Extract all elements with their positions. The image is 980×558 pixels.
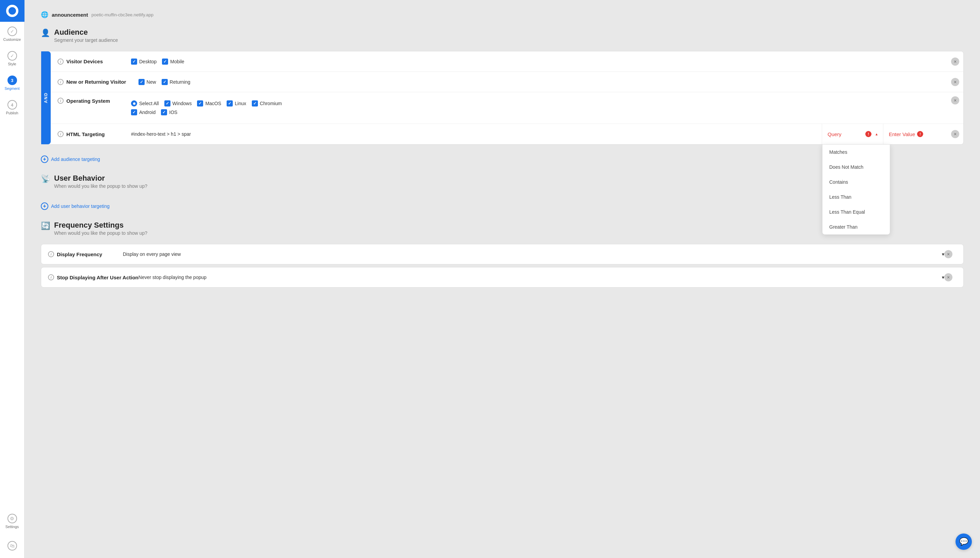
stop-displaying-info-icon[interactable]: i [48, 274, 54, 281]
display-frequency-value[interactable]: Display on every page view ▾ [123, 251, 944, 257]
display-frequency-label: i Display Frequency [48, 251, 123, 257]
publish-icon: 4 [8, 100, 17, 110]
dropdown-less-than-equal[interactable]: Less Than Equal [822, 205, 890, 220]
audience-title: Audience [54, 28, 118, 37]
macos-checkbox-box[interactable] [197, 100, 203, 107]
os-row: i Operating System Select All Windows [51, 92, 963, 124]
html-targeting-info-icon[interactable]: i [57, 131, 64, 137]
new-checkbox[interactable]: New [138, 79, 156, 85]
query-dropdown-menu: Matches Does Not Match Contains Less Tha… [822, 144, 890, 235]
windows-checkbox-box[interactable] [164, 100, 171, 107]
style-icon: ✓ [8, 51, 17, 61]
new-returning-info-icon[interactable]: i [57, 79, 64, 85]
customize-icon: ✓ [8, 26, 17, 36]
dropdown-contains[interactable]: Contains [822, 174, 890, 190]
os-remove[interactable]: × [951, 96, 959, 105]
select-all-radio[interactable]: Select All [131, 100, 159, 107]
chromium-checkbox[interactable]: Chromium [252, 100, 282, 107]
html-targeting-row: i HTML Targeting Query ! ▴ [51, 124, 963, 144]
html-targeting-label: i HTML Targeting [51, 131, 126, 137]
chromium-checkbox-box[interactable] [252, 100, 258, 107]
new-returning-remove[interactable]: × [951, 78, 959, 86]
dropdown-less-than[interactable]: Less Than [822, 190, 890, 205]
enter-value-field[interactable]: Enter Value ! [883, 124, 951, 144]
app-title: announcement [52, 12, 88, 18]
desktop-checkbox[interactable]: Desktop [131, 59, 156, 65]
html-targeting-input[interactable] [126, 124, 822, 144]
main-content: 🌐 announcement poetic-muffin-cbc3ee.netl… [25, 0, 980, 558]
sidebar: ✓ Customize ✓ Style 3 Segment 4 Publish … [0, 0, 25, 558]
add-behavior-icon: + [41, 202, 48, 210]
query-error-icon: ! [865, 131, 872, 137]
display-frequency-remove[interactable]: × [944, 250, 952, 258]
display-frequency-info-icon[interactable]: i [48, 251, 54, 257]
audience-section: 👤 Audience Segment your target audience … [41, 28, 964, 163]
and-label: AND [41, 51, 51, 144]
os-info-icon[interactable]: i [57, 98, 64, 104]
sidebar-item-style[interactable]: ✓ Style [0, 46, 25, 71]
frequency-title: Frequency Settings [54, 221, 147, 230]
sidebar-item-segment[interactable]: 3 Segment [0, 71, 25, 95]
segment-icon: 3 [8, 75, 17, 85]
select-all-radio-circle[interactable] [131, 100, 137, 107]
visitor-devices-label: i Visitor Devices [51, 59, 126, 65]
chat-button[interactable]: 💬 [955, 533, 972, 550]
add-behavior-label: Add user behavior targeting [51, 204, 110, 209]
returning-checkbox-box[interactable] [162, 79, 168, 85]
sidebar-item-bag[interactable]: 🛍 [0, 533, 25, 558]
settings-label: Settings [5, 525, 19, 529]
stop-displaying-row: i Stop Displaying After User Action Neve… [41, 267, 964, 287]
ios-checkbox[interactable]: IOS [161, 109, 177, 115]
linux-checkbox-box[interactable] [227, 100, 233, 107]
os-label: i Operating System [51, 96, 126, 104]
dropdown-greater-than[interactable]: Greater Than [822, 220, 890, 235]
app-url: poetic-muffin-cbc3ee.netlify.app [92, 12, 153, 17]
visitor-devices-row: i Visitor Devices Desktop Mobile × [51, 51, 963, 72]
stop-displaying-value[interactable]: Never stop displaying the popup ▾ [138, 274, 944, 280]
segment-panel: AND i Visitor Devices Desktop [41, 51, 964, 144]
desktop-checkbox-box[interactable] [131, 59, 137, 65]
macos-checkbox[interactable]: MacOS [197, 100, 221, 107]
query-dropdown[interactable]: Query ! ▴ Matches Does Not Match Cont [822, 124, 883, 144]
dropdown-matches[interactable]: Matches [822, 144, 890, 159]
visitor-devices-remove[interactable]: × [951, 57, 959, 66]
linux-checkbox[interactable]: Linux [227, 100, 246, 107]
segment-rows: i Visitor Devices Desktop Mobile × [51, 51, 963, 144]
android-checkbox-box[interactable] [131, 109, 137, 115]
app-logo[interactable] [0, 0, 25, 22]
query-chevron-up-icon: ▴ [875, 132, 878, 136]
html-targeting-remove[interactable]: × [951, 130, 959, 138]
style-label: Style [8, 62, 16, 66]
html-row-content: Query ! ▴ Matches Does Not Match Cont [126, 124, 951, 144]
os-content: Select All Windows MacOS [126, 96, 951, 120]
mobile-checkbox-box[interactable] [162, 59, 168, 65]
user-behavior-title: User Behavior [54, 174, 147, 183]
new-returning-content: New Returning [133, 75, 951, 89]
sidebar-item-settings[interactable]: ⚙ Settings [0, 509, 25, 533]
new-returning-label: i New or Returning Visitor [51, 79, 133, 85]
enter-value-error-icon: ! [917, 131, 923, 137]
new-checkbox-box[interactable] [138, 79, 144, 85]
returning-checkbox[interactable]: Returning [162, 79, 190, 85]
sidebar-item-customize[interactable]: ✓ Customize [0, 22, 25, 46]
segment-label: Segment [5, 87, 20, 90]
dropdown-does-not-match[interactable]: Does Not Match [822, 159, 890, 174]
new-returning-row: i New or Returning Visitor New Returning [51, 72, 963, 92]
stop-displaying-chevron: ▾ [942, 274, 944, 280]
visitor-devices-info-icon[interactable]: i [57, 59, 64, 65]
settings-icon: ⚙ [8, 514, 17, 523]
query-label: Query [827, 131, 842, 137]
sidebar-item-publish[interactable]: 4 Publish [0, 95, 25, 120]
visitor-devices-content: Desktop Mobile [126, 54, 951, 69]
display-frequency-row: i Display Frequency Display on every pag… [41, 244, 964, 264]
frequency-subtitle: When would you like the popup to show up… [54, 230, 147, 236]
ios-checkbox-box[interactable] [161, 109, 167, 115]
android-checkbox[interactable]: Android [131, 109, 156, 115]
add-audience-icon: + [41, 156, 48, 163]
stop-displaying-remove[interactable]: × [944, 273, 952, 281]
query-dropdown-header[interactable]: Query ! ▴ [822, 124, 883, 144]
user-behavior-icon: 📡 [41, 174, 50, 184]
windows-checkbox[interactable]: Windows [164, 100, 192, 107]
mobile-checkbox[interactable]: Mobile [162, 59, 184, 65]
publish-label: Publish [6, 111, 18, 115]
